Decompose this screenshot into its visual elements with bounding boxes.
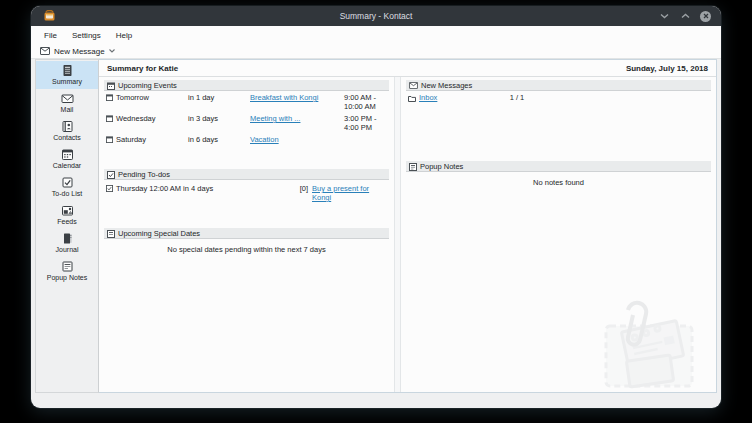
event-time: 3:00 PM - 4:00 PM: [342, 112, 389, 133]
event-day: Tomorrow: [104, 91, 186, 112]
upcoming-events-section: Upcoming Events Tomorrow in 1 day Breakf…: [104, 80, 389, 145]
new-message-icon: [40, 47, 50, 55]
calendar-icon: [61, 148, 74, 161]
new-message-button[interactable]: New Message: [40, 47, 115, 56]
feeds-icon: [61, 204, 74, 217]
sidebar-item-calendar[interactable]: Calendar: [36, 145, 98, 173]
window-title: Summary - Kontact: [340, 11, 413, 21]
event-when: in 6 days: [186, 133, 248, 145]
contacts-icon: [61, 120, 74, 133]
upcoming-events-icon: [107, 82, 115, 90]
section-title: Pending To-dos: [118, 170, 170, 179]
popup-notes-icon: [409, 163, 417, 171]
pending-todos-section: Pending To-dos Thursday 12:00 AM in 4 da…: [104, 169, 389, 204]
page-title: Summary for Katie: [107, 64, 178, 73]
event-link[interactable]: Vacation: [250, 135, 279, 144]
event-when: in 1 day: [186, 91, 248, 112]
event-icon: [106, 115, 113, 122]
chevron-down-icon: [109, 49, 115, 53]
sidebar-item-contacts[interactable]: Contacts: [36, 117, 98, 145]
section-title: Popup Notes: [420, 162, 463, 171]
sidebar-item-journal[interactable]: Journal: [36, 229, 98, 257]
event-when: in 3 days: [186, 112, 248, 133]
section-title: New Messages: [421, 81, 472, 90]
summary-header: Summary for Katie Sunday, July 15, 2018: [99, 60, 716, 77]
right-column: New Messages Inbox 1 / 1: [401, 77, 716, 392]
event-link[interactable]: Meeting with ...: [250, 114, 300, 123]
todo-due: Thursday 12:00 AM in 4 days: [104, 182, 274, 204]
message-folder: Inbox: [406, 91, 508, 104]
popup-notes-section: Popup Notes No notes found: [406, 161, 711, 187]
summary-view: Summary for Katie Sunday, July 15, 2018 …: [99, 59, 717, 393]
todo-priority: [0]: [274, 182, 310, 204]
left-column: Upcoming Events Tomorrow in 1 day Breakf…: [99, 77, 394, 392]
new-messages-icon: [409, 82, 418, 89]
popup-notes-empty: No notes found: [406, 172, 711, 187]
toolbar: New Message: [31, 44, 721, 59]
todo-link[interactable]: Buy a present for Kongi: [312, 184, 374, 202]
journal-icon: [61, 232, 74, 245]
section-title: Upcoming Events: [118, 81, 177, 90]
desktop-background: Summary - Kontact File Settings Help: [0, 0, 752, 423]
current-date: Sunday, July 15, 2018: [626, 64, 708, 73]
todo-row-icon: [106, 185, 113, 192]
sidebar-item-todo-list[interactable]: To-do List: [36, 173, 98, 201]
sidebar: Summary Mail Contacts Calendar To-do Lis: [35, 59, 99, 393]
maximize-icon[interactable]: [679, 10, 691, 22]
summary-icon: [61, 64, 74, 77]
todo-icon: [61, 176, 74, 189]
menu-file[interactable]: File: [44, 31, 57, 40]
sidebar-item-feeds[interactable]: Feeds: [36, 201, 98, 229]
mail-icon: [61, 92, 74, 105]
event-day: Wednesday: [104, 112, 186, 133]
section-title: Upcoming Special Dates: [118, 229, 200, 238]
event-time: 9:00 AM - 10:00 AM: [342, 91, 389, 112]
folder-icon: [408, 95, 416, 102]
event-day: Saturday: [104, 133, 186, 145]
special-dates-empty: No special dates pending within the next…: [104, 239, 389, 254]
menu-settings[interactable]: Settings: [72, 31, 101, 40]
close-icon[interactable]: [700, 11, 711, 22]
kontact-window: Summary - Kontact File Settings Help: [31, 6, 721, 408]
pending-todos-icon: [107, 171, 115, 179]
message-count: 1 / 1: [508, 91, 610, 104]
new-messages-section: New Messages Inbox 1 / 1: [406, 80, 711, 104]
sidebar-item-mail[interactable]: Mail: [36, 89, 98, 117]
event-time: [342, 133, 389, 145]
event-link[interactable]: Breakfast with Kongi: [250, 93, 318, 102]
minimize-icon[interactable]: [658, 10, 670, 22]
titlebar[interactable]: Summary - Kontact: [31, 6, 721, 26]
column-divider: [394, 77, 401, 392]
event-icon: [106, 136, 113, 143]
sidebar-item-popup-notes[interactable]: Popup Notes: [36, 257, 98, 285]
kontact-watermark: [598, 296, 708, 392]
sidebar-item-summary[interactable]: Summary: [36, 61, 98, 89]
menubar: File Settings Help: [31, 26, 721, 44]
menu-help[interactable]: Help: [116, 31, 132, 40]
special-dates-section: Upcoming Special Dates No special dates …: [104, 228, 389, 254]
inbox-link[interactable]: Inbox: [419, 93, 437, 102]
notes-icon: [61, 260, 74, 273]
event-icon: [106, 94, 113, 101]
special-dates-icon: [107, 230, 115, 238]
kontact-app-icon: [44, 10, 55, 21]
